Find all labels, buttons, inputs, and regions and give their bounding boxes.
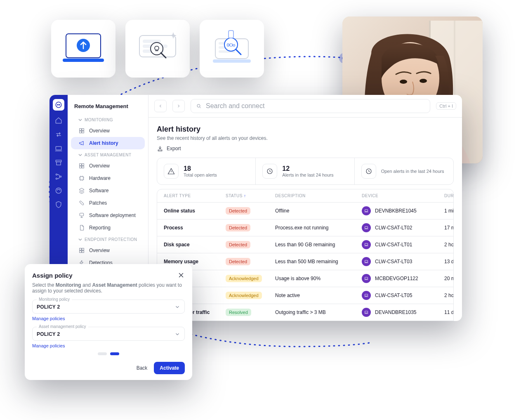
cell-device[interactable]: DEVNBKBRE1045	[362, 206, 444, 215]
sidebar-item-reporting[interactable]: Reporting	[71, 222, 145, 234]
cell-device[interactable]: CLW-CSAT-LT01	[362, 240, 444, 249]
chevron-down-icon	[78, 238, 82, 241]
status-badge: Acknowledged	[226, 275, 262, 282]
nav-forward-button[interactable]	[172, 100, 185, 112]
table-row[interactable]: work adapter trafficResolvedOutgoing tra…	[157, 304, 453, 321]
sidebar-item-patches[interactable]: Patches	[71, 197, 145, 209]
nav-back-button[interactable]	[154, 100, 167, 112]
app-logo[interactable]	[53, 99, 64, 111]
col-duration[interactable]: DURATION	[444, 193, 454, 198]
table-row[interactable]: FirewallAcknowledgedNote activeCLW-CSAT-…	[157, 287, 453, 304]
table-row[interactable]: ProcessDetectedProcess.exe not runningCL…	[157, 219, 453, 236]
stat-total-open: 18Total open alerts	[157, 158, 256, 184]
asset-policy-select[interactable]: Asset management policy POLICY 2	[32, 327, 185, 341]
pager-dot[interactable]	[98, 352, 107, 355]
cell-alert-type: Online status	[164, 208, 226, 214]
table-row[interactable]: wallResolvedOfflineCLW-CSAT-LT072 hoursM…	[157, 321, 453, 321]
activate-button[interactable]: Activate	[154, 362, 185, 374]
sidebar-item-label: Reporting	[89, 225, 111, 231]
chevron-down-icon	[78, 153, 82, 157]
clock-icon	[262, 164, 277, 179]
megaphone-icon	[78, 140, 85, 146]
device-icon	[362, 206, 371, 215]
export-label: Export	[167, 146, 181, 151]
status-badge: Detected	[226, 258, 250, 265]
device-icon	[362, 223, 371, 232]
close-icon[interactable]	[177, 271, 185, 279]
svg-rect-42	[80, 248, 82, 250]
rail-workflows-icon[interactable]	[54, 172, 63, 181]
field-legend: Monitoring policy	[37, 297, 72, 302]
sidebar-item-ep-overview[interactable]: Overview	[71, 244, 145, 257]
table-row[interactable]: CPU usageAcknowledgedUsage is above 90%M…	[157, 270, 453, 287]
analytics-icon: 0Oo	[207, 28, 257, 69]
col-alert-type[interactable]: ALERT TYPE	[164, 193, 226, 198]
table-row[interactable]: Memory usageDetectedLess than 500 MB rem…	[157, 253, 453, 270]
device-icon	[362, 274, 371, 283]
cell-status: Detected	[226, 258, 275, 265]
device-icon	[362, 308, 371, 317]
col-description[interactable]: DESCRIPTION	[275, 193, 362, 198]
sidebar-item-software[interactable]: Software	[71, 184, 145, 197]
cell-device[interactable]: CLW-CSAT-LT05	[362, 291, 444, 300]
group-endpoint[interactable]: ENDPOINT PROTECTION	[71, 234, 145, 244]
svg-rect-55	[365, 294, 368, 296]
svg-rect-39	[80, 177, 83, 180]
manage-policies-link[interactable]: Manage policies	[32, 316, 185, 321]
svg-rect-36	[82, 164, 84, 166]
svg-rect-41	[80, 213, 83, 216]
sidebar-item-am-overview[interactable]: Overview	[71, 160, 145, 172]
export-button[interactable]: Export	[157, 145, 454, 152]
cell-duration: 11 days	[444, 309, 454, 315]
rail-home-icon[interactable]	[54, 116, 63, 125]
svg-rect-53	[365, 260, 368, 262]
svg-rect-37	[80, 166, 82, 168]
sidebar-item-label: Overview	[89, 248, 110, 253]
svg-point-47	[197, 104, 200, 107]
sidebar-item-label: Hardware	[89, 175, 111, 181]
back-button[interactable]: Back	[137, 365, 148, 371]
manage-policies-link[interactable]: Manage policies	[32, 343, 185, 348]
stat-label: Alerts in the last 24 hours	[282, 172, 333, 177]
cell-device[interactable]: CLW-CSAT-LT03	[362, 257, 444, 266]
cell-status: Resolved	[226, 309, 275, 316]
col-device[interactable]: DEVICE	[362, 193, 444, 198]
rail-shield-icon[interactable]	[54, 201, 63, 209]
cell-device[interactable]: CLW-CSAT-LT02	[362, 223, 444, 232]
rail-archive-icon[interactable]	[54, 158, 63, 167]
chevron-down-icon	[174, 331, 180, 337]
dialog-title: Assign policy	[32, 272, 73, 279]
search-placeholder: Search and connect	[206, 102, 264, 110]
table-header: ALERT TYPE STATUS ↑ DESCRIPTION DEVICE D…	[157, 189, 453, 202]
sidebar-item-overview[interactable]: Overview	[71, 125, 145, 137]
cell-description: Usage is above 90%	[275, 276, 362, 281]
cell-device[interactable]: MCBDEVGOP1122	[362, 274, 444, 283]
assign-policy-dialog: Assign policy Select the Monitoring and …	[25, 264, 192, 380]
group-monitoring[interactable]: MONITORING	[71, 114, 145, 125]
sidebar-item-swdeploy[interactable]: Software deployment	[71, 209, 145, 222]
table-row[interactable]: Disk spaceDetectedLess than 90 GB remain…	[157, 236, 453, 253]
sidebar-item-hardware[interactable]: Hardware	[71, 172, 145, 184]
monitoring-policy-select[interactable]: Monitoring policy POLICY 2	[32, 300, 185, 314]
svg-rect-32	[82, 129, 84, 131]
cell-device[interactable]: DEVANDBRE1035	[362, 308, 444, 317]
col-status[interactable]: STATUS ↑	[226, 193, 275, 198]
cell-description: Offline	[275, 208, 362, 214]
status-badge: Resolved	[226, 309, 251, 316]
svg-rect-50	[365, 210, 368, 212]
layers-icon	[78, 187, 85, 194]
table-row[interactable]: Online statusDetectedOfflineDEVNBKBRE104…	[157, 202, 453, 219]
field-value: POLICY 2	[37, 331, 180, 337]
dialog-pager	[32, 352, 185, 355]
svg-rect-56	[365, 311, 368, 313]
pager-dot-active[interactable]	[110, 352, 119, 355]
rail-support-icon[interactable]	[54, 186, 63, 195]
clock-icon	[361, 164, 376, 179]
group-asset-management[interactable]: ASSET MANAGEMENT	[71, 149, 145, 160]
sidebar-item-alert-history[interactable]: Alert history	[71, 137, 145, 149]
rail-transfer-icon[interactable]	[54, 130, 63, 139]
cell-duration: 17 minutes	[444, 225, 454, 231]
search-input[interactable]: Search and connect	[191, 99, 430, 113]
card-alert-search	[125, 20, 190, 78]
rail-devices-icon[interactable]	[54, 144, 63, 153]
